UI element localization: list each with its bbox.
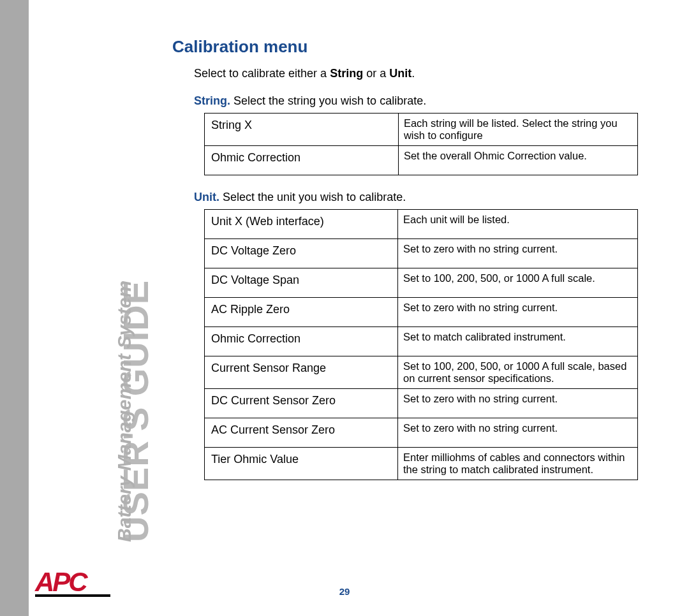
table-row: Current Sensor RangeSet to 100, 200, 500… [205,356,638,389]
string-row-name: String X [205,114,399,146]
page-content: Calibration menu Select to calibrate eit… [172,37,657,495]
sidebar-stripe [0,0,29,616]
unit-row-desc: Set to 100, 200, 500, or 1000 A full sca… [397,268,637,298]
page-heading: Calibration menu [172,37,657,57]
unit-row-desc: Set to match calibrated instrument. [397,327,637,356]
string-lead: String. Select the string you wish to ca… [194,94,657,108]
unit-lead-label: Unit. [194,191,219,203]
table-row: DC Current Sensor ZeroSet to zero with n… [205,389,638,418]
intro-mid: or a [366,67,386,80]
table-row: DC Voltage SpanSet to 100, 200, 500, or … [205,268,638,298]
table-row: Unit X (Web interface)Each unit will be … [205,210,638,239]
unit-lead: Unit. Select the unit you wish to calibr… [194,191,657,204]
unit-row-name: Tier Ohmic Value [205,448,398,480]
string-row-desc: Each string will be listed. Select the s… [398,114,637,146]
unit-row-name: Unit X (Web interface) [205,210,398,239]
table-row: AC Ripple ZeroSet to zero with no string… [205,298,638,327]
table-row: Ohmic Correction Set the overall Ohmic C… [205,146,638,175]
table-row: DC Voltage ZeroSet to zero with no strin… [205,239,638,268]
unit-row-name: DC Voltage Span [205,268,398,298]
unit-row-name: DC Current Sensor Zero [205,389,398,418]
string-table: String X Each string will be listed. Sel… [204,113,638,175]
unit-table: Unit X (Web interface)Each unit will be … [204,209,638,480]
unit-row-desc: Enter milliohms of cables and connectors… [397,448,637,480]
table-row: String X Each string will be listed. Sel… [205,114,638,146]
table-row: Ohmic CorrectionSet to match calibrated … [205,327,638,356]
intro-prefix: Select to calibrate either a [194,67,327,80]
unit-row-desc: Each unit will be listed. [397,210,637,239]
unit-lead-text: Select the unit you wish to calibrate. [223,191,406,203]
string-lead-label: String. [194,94,230,107]
string-lead-text: Select the string you wish to calibrate. [233,94,426,107]
string-row-name: Ohmic Correction [205,146,399,175]
unit-row-name: AC Ripple Zero [205,298,398,327]
string-row-desc: Set the overall Ohmic Correction value. [398,146,637,175]
unit-row-name: DC Voltage Zero [205,239,398,268]
page-number: 29 [0,586,689,597]
unit-row-desc: Set to zero with no string current. [397,239,637,268]
unit-row-name: AC Current Sensor Zero [205,418,398,448]
unit-row-desc: Set to 100, 200, 500, or 1000 A full sca… [397,356,637,389]
intro-string-term: String [330,67,363,80]
unit-row-desc: Set to zero with no string current. [397,298,637,327]
unit-row-desc: Set to zero with no string current. [397,418,637,448]
unit-row-desc: Set to zero with no string current. [397,389,637,418]
intro-line: Select to calibrate either a String or a… [194,67,657,80]
unit-row-name: Current Sensor Range [205,356,398,389]
table-row: AC Current Sensor ZeroSet to zero with n… [205,418,638,448]
unit-row-name: Ohmic Correction [205,327,398,356]
vertical-guide-subtitle: Battery Management System [114,281,135,542]
intro-unit-term: Unit [389,67,411,80]
